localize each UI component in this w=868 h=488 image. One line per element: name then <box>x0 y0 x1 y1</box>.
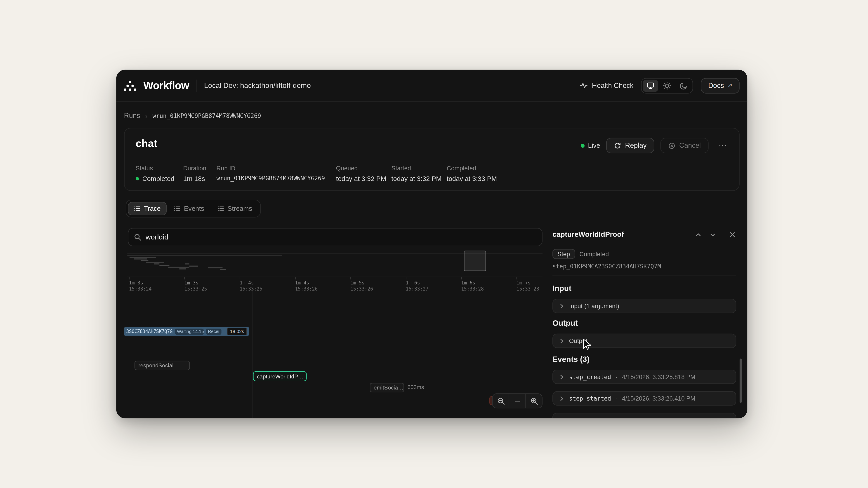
live-dot <box>581 144 585 148</box>
live-label: Live <box>588 142 600 149</box>
span-duration-badge: 18.02s <box>227 328 247 335</box>
environment-label: Local Dev: hackathon/liftoff-demo <box>204 81 311 90</box>
tab-streams[interactable]: Streams <box>211 202 258 215</box>
input-collapsible-row[interactable]: Input (1 argument) <box>553 299 736 313</box>
minimap-line <box>127 255 282 256</box>
stat-started: Started today at 3:32 PM <box>391 165 447 183</box>
output-collapsible-row[interactable]: Output <box>553 334 736 348</box>
nav-left: Workflow Local Dev: hackathon/liftoff-de… <box>124 79 311 92</box>
search-icon <box>134 233 141 240</box>
minimap-dash <box>168 267 189 268</box>
previous-step-button[interactable] <box>693 230 703 239</box>
step-type-badge: Step <box>553 249 575 259</box>
breadcrumb-run-id: wrun_01KP9MC9PGB874M78WWNCYG269 <box>153 112 261 119</box>
moon-icon <box>680 81 688 90</box>
axis-tick: 1m 4s 15:33:26 <box>295 279 318 291</box>
replay-button[interactable]: Replay <box>606 138 654 153</box>
minimap-dash <box>159 265 169 266</box>
step-navigation <box>693 230 717 239</box>
span-bar-root[interactable]: 3S0CZ834AH7SK7Q7G Waiting 14.15s Recei 1… <box>124 327 249 336</box>
cancel-button[interactable]: Cancel <box>660 138 709 153</box>
docs-button[interactable]: Docs ↗ <box>701 78 740 93</box>
minimap-dash <box>141 260 148 261</box>
nav-right: Health Check <box>580 78 740 93</box>
list-icon <box>217 205 224 212</box>
zoom-in-button[interactable] <box>526 393 542 408</box>
step-status-badge: Completed <box>579 251 609 257</box>
close-icon <box>729 231 736 238</box>
sun-icon <box>663 81 672 90</box>
timeline-gridline <box>252 289 252 418</box>
tick-mark <box>406 277 406 280</box>
tick-mark <box>129 277 129 280</box>
view-tabs: Trace Events Streams <box>126 200 260 217</box>
tab-events[interactable]: Events <box>168 202 211 215</box>
axis-tick: 1m 6s 15:33:27 <box>406 279 428 291</box>
axis-tick: 1m 6s 15:33:28 <box>461 279 484 291</box>
tick-mark <box>461 277 462 280</box>
next-step-button[interactable] <box>708 230 717 239</box>
nav-divider <box>196 79 197 92</box>
minimap-dash <box>220 269 226 270</box>
close-panel-button[interactable] <box>727 230 737 239</box>
axis-tick: 1m 7s 15:33:28 <box>517 279 539 291</box>
minimap-dash <box>189 266 198 267</box>
replay-label: Replay <box>625 142 647 149</box>
minimap-dash <box>134 258 147 260</box>
theme-system-button[interactable] <box>643 79 658 92</box>
events-section-heading: Events (3) <box>553 355 590 363</box>
minimap-dash <box>129 257 156 258</box>
span-duration-label: 603ms <box>407 384 424 390</box>
event-row-step-started[interactable]: step_started - 4/15/2026, 3:33:26.410 PM <box>553 391 736 405</box>
status-dot <box>135 177 139 181</box>
stat-run-id: Run ID wrun_01KP9MC9PGB874M78WWNCYG269 <box>217 165 336 183</box>
zoom-controls <box>492 393 542 408</box>
run-header-card: chat Live Replay <box>124 128 740 191</box>
panel-divider <box>553 275 736 276</box>
tab-trace[interactable]: Trace <box>128 202 167 215</box>
breadcrumb-runs-link[interactable]: Runs <box>124 112 140 120</box>
event-row-partial[interactable] <box>553 413 736 418</box>
axis-tick: 1m 4s 15:33:25 <box>240 279 262 291</box>
panel-scrollbar-thumb[interactable] <box>740 359 742 403</box>
screen: Workflow Local Dev: hackathon/liftoff-de… <box>0 0 868 488</box>
step-id: step_01KP9MCA23S0CZ834AH7SK7Q7M <box>553 263 661 269</box>
chevron-right-icon <box>559 395 565 401</box>
stat-duration: Duration 1m 18s <box>183 165 217 183</box>
live-indicator: Live <box>581 142 600 149</box>
minimap-viewport-handle[interactable] <box>464 251 486 271</box>
more-options-button[interactable]: ⋯ <box>715 138 731 153</box>
zoom-out-button[interactable] <box>493 393 509 408</box>
span-bar-capture-worldid-selected[interactable]: captureWorldIdP… <box>253 371 307 381</box>
stat-completed: Completed today at 3:33 PM <box>447 165 497 183</box>
span-bar-emit-social[interactable]: emitSocia… <box>370 383 404 392</box>
chevron-right-icon: › <box>145 112 148 119</box>
tick-mark <box>240 277 240 280</box>
run-stats: Status Completed Duration 1m 18s Run ID … <box>135 165 497 183</box>
search-input[interactable] <box>146 233 536 241</box>
chevron-right-icon <box>559 303 565 309</box>
top-navbar: Workflow Local Dev: hackathon/liftoff-de… <box>116 70 747 102</box>
theme-light-button[interactable] <box>659 79 675 92</box>
zoom-reset-button[interactable] <box>509 393 525 408</box>
tick-mark <box>517 277 517 280</box>
circle-x-icon <box>668 142 675 149</box>
magnifier-minus-icon <box>497 397 504 404</box>
list-icon <box>134 205 141 212</box>
minus-icon <box>514 398 521 404</box>
chevron-down-icon <box>709 231 716 238</box>
time-axis: 1m 3s 15:33:24 1m 3s 15:33:25 1m 4s 15:3… <box>127 276 542 290</box>
chevron-up-icon <box>694 231 702 238</box>
step-details-panel: captureWorldIdProof S <box>548 225 742 418</box>
app-window: Workflow Local Dev: hackathon/liftoff-de… <box>116 70 747 418</box>
health-check-button[interactable]: Health Check <box>580 81 633 90</box>
event-row-step-created[interactable]: step_created - 4/15/2026, 3:33:25.818 PM <box>553 369 736 384</box>
span-bar-respond-social[interactable]: respondSocial <box>134 361 190 370</box>
list-icon <box>174 205 181 212</box>
minimap-dash <box>185 263 189 265</box>
trace-minimap[interactable] <box>127 250 542 273</box>
axis-tick: 1m 3s 15:33:24 <box>129 279 152 291</box>
theme-dark-button[interactable] <box>676 79 692 92</box>
theme-switcher <box>641 78 693 93</box>
monitor-icon <box>646 81 655 90</box>
